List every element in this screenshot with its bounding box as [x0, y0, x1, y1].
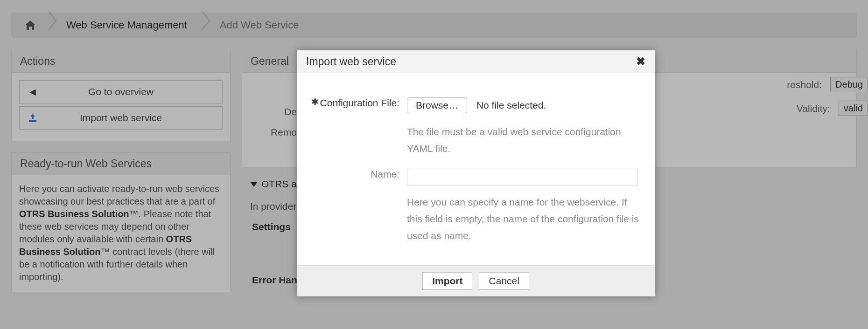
name-input[interactable] — [407, 169, 637, 185]
threshold-select[interactable]: Debug — [830, 77, 868, 92]
upload-icon — [20, 114, 46, 122]
import-button[interactable]: Import — [422, 272, 472, 290]
actions-panel: Actions ◀ Go to overview Import web serv… — [11, 50, 231, 141]
caret-left-icon: ◀ — [20, 87, 46, 97]
file-selected-status: No file selected. — [476, 100, 546, 110]
close-icon[interactable]: ✖ — [636, 55, 645, 68]
cancel-button[interactable]: Cancel — [479, 272, 529, 290]
general-form-labels: De Remo — [269, 106, 297, 138]
actions-panel-title: Actions — [12, 50, 230, 73]
breadcrumb-item-add-web-service[interactable]: Add Web Service — [217, 19, 302, 31]
breadcrumb-chevron-icon — [196, 13, 207, 38]
chevron-down-icon — [250, 182, 258, 187]
ready-to-run-panel: Ready-to-run Web Services Here you can a… — [11, 152, 231, 292]
ready-to-run-text: Here you can activate ready-to-run web s… — [19, 183, 223, 283]
description-label: De — [269, 106, 297, 117]
breadcrumb-item-web-service-management[interactable]: Web Service Management — [63, 19, 190, 31]
home-icon[interactable] — [24, 20, 36, 31]
import-web-service-dialog: Import web service ✖ ✱Configuration File… — [297, 50, 655, 296]
dialog-title: Import web service — [306, 55, 396, 68]
validity-select[interactable]: valid — [839, 101, 868, 116]
general-right-fields: reshold: Debug Validity: valid — [787, 77, 868, 116]
configuration-file-hint: The file must be a valid web service con… — [407, 123, 643, 157]
breadcrumb: Web Service Management Add Web Service — [11, 13, 857, 38]
threshold-label: reshold: — [787, 79, 822, 90]
browse-button[interactable]: Browse… — [407, 97, 467, 113]
go-to-overview-button[interactable]: ◀ Go to overview — [19, 80, 223, 103]
breadcrumb-chevron-icon — [43, 13, 53, 38]
name-label: Name: — [309, 169, 407, 180]
import-web-service-button[interactable]: Import web service — [19, 106, 223, 130]
ready-to-run-title: Ready-to-run Web Services — [12, 153, 230, 175]
import-web-service-label: Import web service — [80, 112, 162, 123]
validity-label: Validity: — [797, 103, 830, 114]
go-to-overview-label: Go to overview — [88, 86, 154, 97]
configuration-file-label: ✱Configuration File: — [309, 97, 407, 109]
name-hint: Here you can specify a name for the webs… — [407, 194, 643, 244]
remote-label: Remo — [269, 127, 297, 138]
